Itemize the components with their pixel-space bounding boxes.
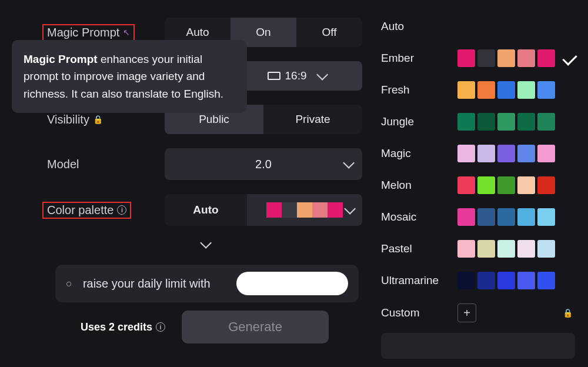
swatch [537,240,555,258]
swatch [477,240,495,258]
chevron-down-icon [344,203,356,215]
palette-name: Ember [381,52,457,65]
visibility-private[interactable]: Private [263,105,362,134]
swatch [517,208,535,226]
lock-icon: 🔒 [93,115,103,124]
palette-option-jungle[interactable]: Jungle [381,107,588,136]
swatch [457,81,475,99]
swatch [477,81,495,99]
palette-swatches [457,176,555,194]
tooltip-lead: Magic Prompt [24,53,98,65]
visibility-label-wrap: Visibility 🔒 [47,113,165,126]
promo-banner: ○ raise your daily limit with [55,265,359,302]
aspect-ratio-value: 16:9 [285,69,307,82]
chevron-down-icon [200,237,212,249]
check-icon [562,51,577,65]
info-icon[interactable]: i [117,205,126,215]
swatch [497,208,515,226]
magic-prompt-off[interactable]: Off [296,18,362,47]
custom-color-input[interactable] [381,333,575,359]
palette-option-fresh[interactable]: Fresh [381,75,588,105]
palette-option-ember[interactable]: Ember [381,44,588,73]
palette-name: Melon [381,179,457,192]
promo-cta[interactable] [236,272,348,295]
color-palette-swatch-dropdown[interactable] [247,194,362,226]
palette-swatches [457,145,555,162]
palette-picker-panel: AutoEmberFreshJungleMagicMelonMosaicPast… [370,0,588,367]
swatch [477,272,495,289]
swatch [457,240,475,258]
swatch [497,113,515,131]
palette-option-melon[interactable]: Melon [381,171,588,200]
palette-swatches [457,208,555,226]
magic-prompt-highlight: Magic Prompt ↖ [42,24,135,41]
swatch [328,202,343,218]
swatch [497,176,515,194]
swatch [517,176,535,194]
credits-label: Uses 2 credits i [81,321,165,333]
palette-list: AutoEmberFreshJungleMagicMelonMosaicPast… [381,12,588,295]
magic-prompt-tooltip: Magic Prompt enhances your initial promp… [12,40,247,113]
swatch [477,145,495,162]
palette-option-pastel[interactable]: Pastel [381,234,588,263]
model-label: Model [47,158,165,171]
color-palette-label-wrap: Color palette i [47,202,165,219]
swatch [312,202,328,218]
swatch [457,176,475,194]
palette-swatches [457,81,555,99]
swatch [457,49,475,67]
promo-text: raise your daily limit with [83,277,226,291]
credits-text: Uses 2 credits [81,321,152,333]
palette-name: Ultramarine [381,274,457,287]
swatch [537,81,555,99]
palette-name: Mosaic [381,211,457,223]
color-palette-row: Color palette i Auto [47,194,362,226]
cursor-icon: ↖ [123,28,130,37]
info-icon[interactable]: i [156,322,165,332]
color-palette-swatches [266,202,343,218]
swatch [517,272,535,289]
palette-name: Pastel [381,242,457,255]
swatch [517,113,535,131]
model-dropdown[interactable]: 2.0 [165,148,362,180]
expand-toggle[interactable] [47,240,362,248]
palette-swatches [457,240,555,258]
palette-swatches [457,49,555,67]
swatch [517,81,535,99]
color-palette-segment: Auto [165,194,362,226]
swatch [537,113,555,131]
color-palette-auto[interactable]: Auto [165,194,247,226]
swatch [457,145,475,162]
magic-prompt-label-wrap: Magic Prompt ↖ [47,24,165,41]
swatch [497,81,515,99]
add-custom-color-button[interactable]: + [457,303,476,322]
swatch [537,208,555,226]
lock-icon: 🔒 [563,308,573,318]
aspect-ratio-16-9[interactable]: 16:9 [230,61,362,91]
magic-prompt-label: Magic Prompt [47,26,119,39]
swatch [537,272,555,289]
swatch [457,208,475,226]
swatch [537,176,555,194]
swatch [517,145,535,162]
palette-name: Auto [381,20,457,33]
model-row: Model 2.0 [47,148,362,180]
swatch [477,113,495,131]
swatch [457,113,475,131]
swatch [282,202,297,218]
palette-option-magic[interactable]: Magic [381,139,588,168]
swatch [497,49,515,67]
swatch [517,240,535,258]
swatch [537,49,555,67]
swatch [297,202,312,218]
swatch [477,49,495,67]
palette-option-mosaic[interactable]: Mosaic [381,202,588,232]
palette-option-ultramarine[interactable]: Ultramarine [381,266,588,295]
palette-option-auto[interactable]: Auto [381,12,588,41]
generate-button[interactable]: Generate [182,311,329,343]
swatch [477,208,495,226]
swatch [457,272,475,289]
settings-panel: Magic Prompt ↖ Auto On Off 16:9 [0,0,370,367]
palette-swatches [457,272,555,289]
swatch [497,145,515,162]
